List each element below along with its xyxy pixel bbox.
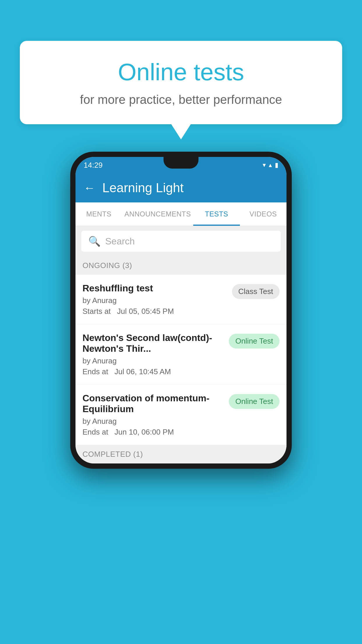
test-name: Conservation of momentum-Equilibrium	[82, 393, 223, 414]
tab-videos[interactable]: VIDEOS	[240, 202, 287, 226]
search-box[interactable]: 🔍 Search	[81, 231, 281, 252]
wifi-icon: ▾	[263, 161, 266, 169]
status-icons: ▾ ▴ ▮	[263, 161, 278, 169]
speech-bubble: Online tests for more practice, better p…	[20, 41, 342, 124]
app-bar: ← Learning Light	[75, 173, 287, 202]
tab-tests[interactable]: TESTS	[193, 202, 240, 226]
test-author: by Anurag	[82, 296, 226, 305]
signal-icon: ▴	[269, 161, 272, 169]
test-item[interactable]: Newton's Second law(contd)-Newton's Thir…	[75, 324, 287, 385]
test-item[interactable]: Reshuffling test by Anurag Starts at Jul…	[75, 275, 287, 324]
test-date: Ends at Jun 10, 06:00 PM	[82, 428, 223, 437]
phone-screen: 14:29 ▾ ▴ ▮ ← Learning Light MENTS ANNOU…	[75, 157, 287, 463]
status-bar: 14:29 ▾ ▴ ▮	[75, 157, 287, 173]
bubble-subtitle: for more practice, better performance	[43, 93, 319, 107]
test-badge-online-test-2: Online Test	[229, 394, 280, 409]
completed-section-header: COMPLETED (1)	[75, 445, 287, 463]
test-info: Newton's Second law(contd)-Newton's Thir…	[82, 332, 229, 376]
speech-bubble-container: Online tests for more practice, better p…	[20, 41, 342, 124]
ongoing-label: ONGOING (3)	[82, 261, 132, 270]
completed-label: COMPLETED (1)	[82, 450, 143, 459]
phone-wrapper: 14:29 ▾ ▴ ▮ ← Learning Light MENTS ANNOU…	[70, 152, 292, 469]
tab-ments[interactable]: MENTS	[75, 202, 122, 226]
test-list: Reshuffling test by Anurag Starts at Jul…	[75, 275, 287, 445]
test-name: Reshuffling test	[82, 283, 226, 294]
test-name: Newton's Second law(contd)-Newton's Thir…	[82, 332, 223, 354]
search-placeholder: Search	[105, 236, 135, 247]
test-item[interactable]: Conservation of momentum-Equilibrium by …	[75, 385, 287, 445]
search-container: 🔍 Search	[75, 226, 287, 256]
tab-announcements[interactable]: ANNOUNCEMENTS	[122, 202, 193, 226]
status-time: 14:29	[84, 161, 103, 170]
test-info: Reshuffling test by Anurag Starts at Jul…	[82, 283, 232, 316]
test-date: Ends at Jul 06, 10:45 AM	[82, 367, 223, 376]
bubble-title: Online tests	[43, 58, 319, 86]
tabs-container: MENTS ANNOUNCEMENTS TESTS VIDEOS	[75, 202, 287, 226]
test-badge-class-test: Class Test	[232, 284, 280, 299]
test-author: by Anurag	[82, 417, 223, 426]
app-title: Learning Light	[102, 181, 184, 195]
notch	[164, 157, 198, 169]
phone-outer: 14:29 ▾ ▴ ▮ ← Learning Light MENTS ANNOU…	[70, 152, 292, 469]
ongoing-section-header: ONGOING (3)	[75, 256, 287, 275]
search-icon: 🔍	[88, 235, 101, 247]
back-button[interactable]: ←	[84, 181, 95, 195]
test-author: by Anurag	[82, 356, 223, 365]
test-badge-online-test: Online Test	[229, 334, 280, 349]
test-info: Conservation of momentum-Equilibrium by …	[82, 393, 229, 437]
test-date: Starts at Jul 05, 05:45 PM	[82, 307, 226, 316]
battery-icon: ▮	[275, 161, 278, 169]
